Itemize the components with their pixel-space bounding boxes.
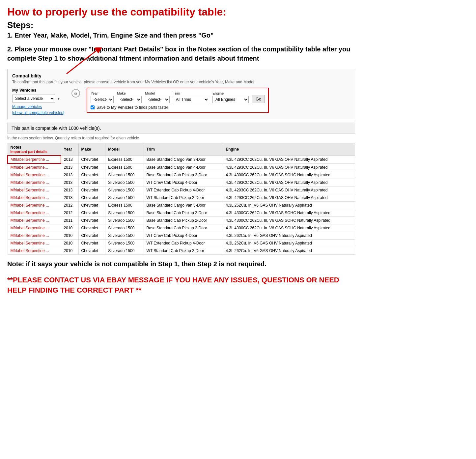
go-button[interactable]: Go (252, 95, 265, 103)
save-row: Save to My Vehicles to finds parts faste… (91, 105, 265, 110)
cell-model: Silverado 1500 (105, 232, 144, 240)
cell-make: Chevrolet (78, 202, 105, 209)
cell-make: Chevrolet (78, 171, 105, 179)
cell-model: Silverado 1500 (105, 209, 144, 217)
col-header-engine: Engine (223, 143, 355, 156)
cell-model: Silverado 1500 (105, 240, 144, 247)
cell-year: 2013 (61, 186, 78, 194)
contact-text: **PLEASE CONTACT US VIA EBAY MESSAGE IF … (7, 275, 355, 296)
cell-make: Chevrolet (78, 217, 105, 224)
table-row: Mfrlabel:Serpentine...2013ChevroletSilve… (8, 171, 355, 179)
table-row: Mfrlabel:Serpentine ...2013ChevroletSilv… (8, 194, 355, 202)
cell-make: Chevrolet (78, 240, 105, 247)
cell-trim: Base Standard Cab Pickup 2-Door (144, 224, 223, 232)
cell-year: 2013 (61, 194, 78, 202)
table-row: Mfrlabel:Serpentine ...2012ChevroletExpr… (8, 202, 355, 209)
cell-year: 2010 (61, 232, 78, 240)
cell-engine: 4.3L 262Cu. In. V6 GAS OHV Naturally Asp… (223, 240, 355, 247)
cell-notes: Mfrlabel:Serpentine ... (8, 186, 61, 194)
cell-make: Chevrolet (78, 156, 105, 163)
cell-trim: WT Extended Cab Pickup 4-Door (144, 240, 223, 247)
year-make-section: Year -Select- Make -Select- Model (87, 88, 269, 113)
engine-label: Engine (212, 91, 249, 95)
cell-make: Chevrolet (78, 209, 105, 217)
compatible-count-bar: This part is compatible with 1000 vehicl… (7, 123, 355, 134)
dropdown-arrow-icon: ▼ (57, 97, 60, 100)
cell-model: Express 1500 (105, 156, 144, 163)
col-header-year: Year (61, 143, 78, 156)
col-header-make: Make (78, 143, 105, 156)
cell-engine: 4.3L 4300CC 262Cu. In. V6 GAS SOHC Natur… (223, 217, 355, 224)
table-header-row: Notes Important part details Year Make M… (8, 143, 355, 156)
manage-vehicles-link[interactable]: Manage vehicles (12, 104, 65, 109)
cell-trim: WT Standard Cab Pickup 2-Door (144, 247, 223, 255)
make-label: Make (117, 91, 142, 95)
col-header-trim: Trim (144, 143, 223, 156)
my-vehicles-label: My Vehicles (12, 88, 65, 93)
cell-year: 2010 (61, 224, 78, 232)
cell-model: Silverado 1500 (105, 224, 144, 232)
year-select[interactable]: -Select- (91, 96, 114, 103)
cell-engine: 4.3L 262Cu. In. V6 GAS OHV Naturally Asp… (223, 232, 355, 240)
make-select[interactable]: -Select- (117, 96, 142, 103)
cell-make: Chevrolet (78, 224, 105, 232)
cell-model: Silverado 1500 (105, 171, 144, 179)
cell-notes: Mfrlabel:Serpentine... (8, 171, 61, 179)
table-row: Mfrlabel:Serpentine ...2011ChevroletSilv… (8, 217, 355, 224)
save-checkbox[interactable] (91, 105, 95, 109)
cell-trim: Base Standard Cab Pickup 2-Door (144, 171, 223, 179)
model-field-group: Model -Select- (145, 91, 170, 103)
trim-label: Trim (173, 91, 209, 95)
cell-trim: WT Crew Cab Pickup 4-Door (144, 232, 223, 240)
table-row: Mfrlabel:Serpentine ...2010ChevroletSilv… (8, 224, 355, 232)
year-label: Year (91, 91, 114, 95)
svg-line-1 (67, 51, 96, 74)
cell-engine: 4.3L 4300CC 262Cu. In. V6 GAS SOHC Natur… (223, 224, 355, 232)
col-header-notes: Notes Important part details (8, 143, 61, 156)
cell-model: Silverado 1500 (105, 179, 144, 186)
cell-model: Silverado 1500 (105, 217, 144, 224)
arrow-graphic (57, 47, 123, 77)
cell-trim: WT Standard Cab Pickup 2-Door (144, 194, 223, 202)
cell-make: Chevrolet (78, 163, 105, 171)
cell-engine: 4.3L 4300CC 262Cu. In. V6 GAS SOHC Natur… (223, 209, 355, 217)
col-header-model: Model (105, 143, 144, 156)
steps-label: Steps: (7, 20, 355, 30)
cell-year: 2013 (61, 179, 78, 186)
cell-trim: WT Extended Cab Pickup 4-Door (144, 186, 223, 194)
cell-notes: Mfrlabel:Serpentine ... (8, 156, 61, 163)
cell-notes: Mfrlabel:Serpentine ... (8, 179, 61, 186)
my-vehicles-section: My Vehicles Select a vehicle ▼ Manage ve… (12, 88, 65, 115)
cell-trim: Base Standard Cab Pickup 2-Door (144, 217, 223, 224)
or-divider: or (71, 89, 80, 98)
cell-make: Chevrolet (78, 232, 105, 240)
table-row: Mfrlabel:Serpentine ...2013ChevroletExpr… (8, 156, 355, 163)
cell-notes: Mfrlabel:Serpentine ... (8, 240, 61, 247)
cell-model: Silverado 1500 (105, 194, 144, 202)
cell-year: 2012 (61, 202, 78, 209)
table-row: Mfrlabel:Serpentine ...2010ChevroletSilv… (8, 232, 355, 240)
table-row: Mfrlabel:Serpentine ...2013ChevroletSilv… (8, 179, 355, 186)
cell-notes: Mfrlabel:Serpentine ... (8, 202, 61, 209)
engine-select[interactable]: All Engines (212, 96, 249, 103)
trim-select[interactable]: All Trims (173, 96, 209, 103)
cell-engine: 4.3L 4293CC 262Cu. In. V6 GAS OHV Natura… (223, 179, 355, 186)
cell-notes: Mfrlabel:Serpentine ... (8, 217, 61, 224)
step1-text: 1. Enter Year, Make, Model, Trim, Engine… (7, 32, 355, 39)
model-select[interactable]: -Select- (145, 96, 170, 103)
cell-year: 2011 (61, 217, 78, 224)
compat-subtitle: To confirm that this part fits your vehi… (12, 80, 350, 84)
year-field-group: Year -Select- (91, 91, 114, 103)
cell-make: Chevrolet (78, 247, 105, 255)
cell-model: Express 1500 (105, 163, 144, 171)
cell-trim: Base Standard Cargo Van 4-Door (144, 163, 223, 171)
make-field-group: Make -Select- (117, 91, 142, 103)
cell-year: 2013 (61, 171, 78, 179)
cell-engine: 4.3L 4293CC 262Cu. In. V6 GAS OHV Natura… (223, 194, 355, 202)
vehicle-select[interactable]: Select a vehicle (12, 95, 55, 102)
show-compatible-link[interactable]: [show all compatible vehicles] (12, 110, 65, 115)
cell-engine: 4.3L 4293CC 262Cu. In. V6 GAS OHV Natura… (223, 156, 355, 163)
quantity-note: In the notes section below, Quantity ref… (7, 136, 355, 140)
table-row: Mfrlabel:Serpentine ...2012ChevroletSilv… (8, 209, 355, 217)
cell-notes: Mfrlabel:Serpentine ... (8, 194, 61, 202)
